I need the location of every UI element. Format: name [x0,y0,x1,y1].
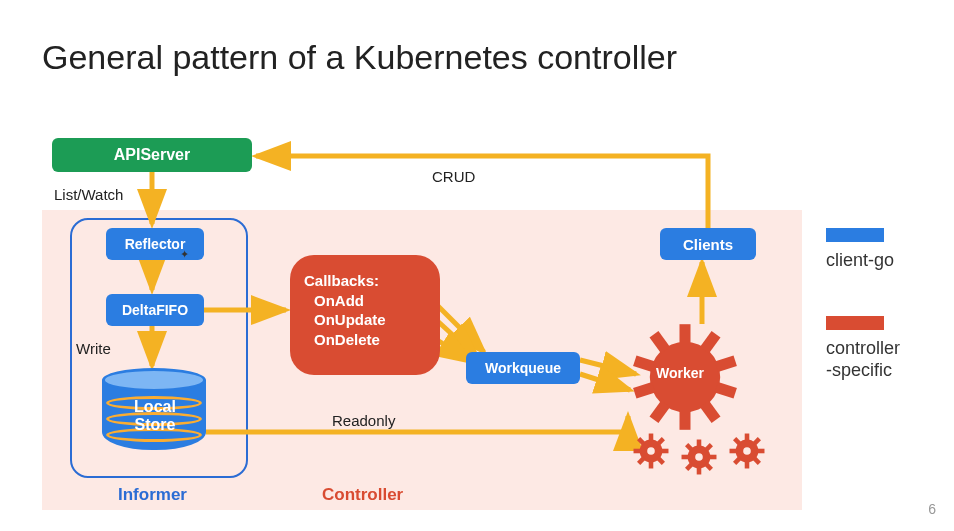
svg-rect-12 [649,434,654,442]
small-gear-3 [728,432,766,470]
svg-point-40 [743,447,751,455]
informer-group-label: Informer [118,485,187,505]
svg-rect-24 [709,455,717,460]
node-reflector: Reflector [106,228,204,260]
small-gear-1 [632,432,670,470]
label-crud: CRUD [432,168,475,185]
svg-rect-3 [715,355,737,372]
svg-rect-1 [680,324,691,344]
svg-rect-4 [715,382,737,399]
worker-label: Worker [656,365,704,381]
label-write: Write [76,340,111,357]
controller-group-label: Controller [322,485,403,505]
svg-rect-16 [649,461,654,469]
node-deltafifo: DeltaFIFO [106,294,204,326]
page-title: General pattern of a Kubernetes controll… [42,38,677,77]
legend-controller-specific: controller-specific [826,338,900,381]
svg-rect-22 [697,440,702,448]
svg-point-20 [647,447,655,455]
svg-point-30 [695,453,703,461]
svg-rect-38 [730,449,738,454]
svg-rect-28 [682,455,690,460]
page-number: 6 [928,501,936,517]
legend-swatch-blue [826,228,884,242]
legend-clientgo: client-go [826,250,894,271]
node-callbacks: Callbacks: OnAdd OnUpdate OnDelete [290,255,440,375]
node-apiserver: APIServer [52,138,252,172]
svg-rect-26 [697,467,702,475]
small-gear-2 [680,438,718,476]
legend-swatch-red [826,316,884,330]
node-clients: Clients [660,228,756,260]
svg-rect-6 [680,410,691,430]
svg-rect-9 [633,355,655,372]
svg-rect-36 [745,461,750,469]
svg-rect-34 [757,449,765,454]
svg-rect-32 [745,434,750,442]
label-readonly: Readonly [332,412,395,429]
localstore-label: LocalStore [120,398,190,433]
cursor-icon: ✦ [180,248,189,261]
svg-rect-8 [633,382,655,399]
node-workqueue: Workqueue [466,352,580,384]
label-listwatch: List/Watch [54,186,123,203]
svg-rect-18 [634,449,642,454]
svg-rect-14 [661,449,669,454]
